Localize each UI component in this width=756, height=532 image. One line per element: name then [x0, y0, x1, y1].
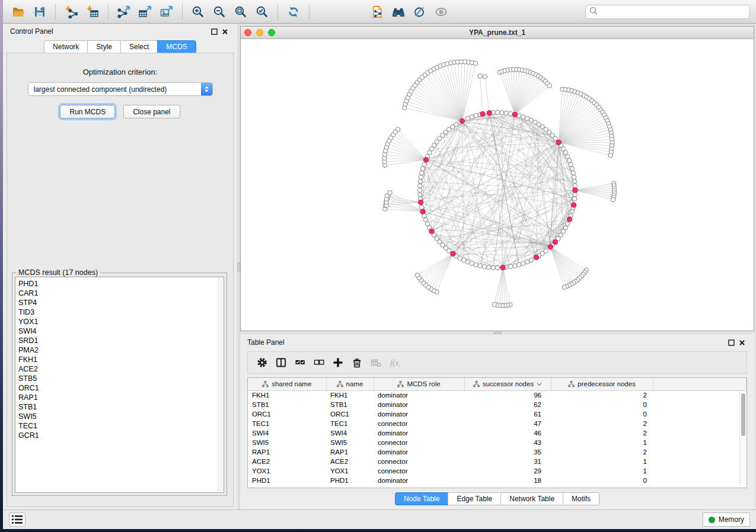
- zoom-selected-button[interactable]: [253, 3, 271, 21]
- close-panel-button[interactable]: Close panel: [123, 105, 180, 118]
- table-scrollbar[interactable]: [739, 391, 747, 486]
- mcds-result-item[interactable]: STB1: [18, 402, 224, 412]
- table-row[interactable]: FKH1FKH1dominator962: [248, 390, 747, 400]
- mcds-result-item[interactable]: CAR1: [18, 289, 224, 298]
- save-button[interactable]: [31, 3, 49, 21]
- cell-shared_name[interactable]: ORC1: [248, 409, 326, 419]
- cell-mcds_role[interactable]: dominator: [374, 409, 464, 419]
- column-header-shared-name[interactable]: shared name: [248, 378, 326, 390]
- cell-shared_name[interactable]: SWI5: [248, 438, 326, 447]
- mcds-result-item[interactable]: PMA2: [18, 345, 224, 355]
- mcds-result-item[interactable]: FKH1: [18, 355, 224, 364]
- settings-button[interactable]: [254, 354, 270, 371]
- mcds-result-item[interactable]: SWI4: [18, 326, 224, 336]
- show-details-button[interactable]: [432, 3, 450, 21]
- table-row[interactable]: SWI5SWI5connector431: [248, 438, 747, 447]
- cell-predecessor[interactable]: 1: [551, 457, 653, 466]
- table-row[interactable]: STB1STB1dominator620: [248, 400, 747, 409]
- cell-name[interactable]: SWI4: [326, 428, 374, 438]
- refresh-button[interactable]: [285, 3, 302, 21]
- cell-shared_name[interactable]: PHD1: [248, 476, 326, 485]
- cell-predecessor[interactable]: 1: [551, 438, 653, 447]
- cell-successor[interactable]: 29: [464, 466, 551, 476]
- export-image-button[interactable]: [158, 3, 176, 21]
- cell-name[interactable]: STB1: [326, 400, 374, 409]
- cell-predecessor[interactable]: 0: [551, 409, 653, 419]
- tab-style[interactable]: Style: [87, 40, 120, 53]
- table-row[interactable]: TEC1TEC1connector472: [248, 419, 747, 428]
- tab-motifs[interactable]: Motifs: [563, 492, 599, 505]
- network-canvas[interactable]: [241, 39, 754, 331]
- mcds-result-item[interactable]: YOX1: [18, 317, 224, 326]
- cell-mcds_role[interactable]: connector: [374, 419, 464, 428]
- mcds-result-item[interactable]: TEC1: [18, 421, 224, 431]
- select-all-button[interactable]: [292, 354, 308, 371]
- tab-network-table[interactable]: Network Table: [500, 492, 563, 505]
- task-history-button[interactable]: [9, 512, 25, 527]
- network-fan-nodes[interactable]: [382, 60, 617, 308]
- cell-predecessor[interactable]: 2: [551, 419, 653, 428]
- cell-predecessor[interactable]: 0: [551, 476, 653, 485]
- cell-successor[interactable]: 61: [464, 409, 551, 419]
- mcds-list-scrollbar[interactable]: [218, 278, 223, 492]
- table-row[interactable]: ACE2ACE2connector311: [248, 457, 747, 466]
- vertical-splitter[interactable]: [237, 24, 240, 509]
- memory-button[interactable]: Memory: [703, 512, 750, 527]
- cell-name[interactable]: PHD1: [326, 476, 374, 485]
- cell-mcds_role[interactable]: connector: [374, 438, 464, 447]
- table-row[interactable]: ORC1ORC1dominator610: [248, 409, 747, 419]
- cell-successor[interactable]: 46: [464, 428, 551, 438]
- tab-node-table[interactable]: Node Table: [395, 492, 448, 505]
- mcds-result-item[interactable]: STB5: [18, 374, 224, 383]
- mcds-result-item[interactable]: PHD1: [18, 279, 224, 289]
- export-network-button[interactable]: [115, 3, 133, 21]
- open-button[interactable]: [9, 3, 27, 21]
- cell-mcds_role[interactable]: connector: [374, 457, 464, 466]
- table-panel-float-button[interactable]: [726, 338, 736, 347]
- mcds-result-item[interactable]: ORC1: [18, 383, 224, 393]
- run-mcds-button[interactable]: Run MCDS: [60, 105, 115, 118]
- table-scrollbar-thumb[interactable]: [741, 393, 745, 436]
- zoom-fit-button[interactable]: [232, 3, 250, 21]
- cell-successor[interactable]: 35: [464, 447, 551, 457]
- horizontal-splitter[interactable]: [240, 331, 754, 335]
- cell-mcds_role[interactable]: connector: [374, 466, 464, 476]
- column-header-predecessor-nodes[interactable]: predecessor nodes: [551, 378, 653, 390]
- tab-network[interactable]: Network: [44, 40, 87, 53]
- cell-mcds_role[interactable]: dominator: [374, 428, 464, 438]
- cell-shared_name[interactable]: ACE2: [248, 457, 326, 466]
- close-window-traffic-light[interactable]: [244, 29, 251, 36]
- mcds-result-item[interactable]: STP4: [18, 298, 224, 307]
- control-panel-close-button[interactable]: [219, 27, 230, 36]
- table-row[interactable]: PHD1PHD1dominator180: [248, 476, 747, 485]
- delete-row-button[interactable]: [349, 354, 365, 371]
- cell-mcds_role[interactable]: dominator: [374, 390, 464, 400]
- deselect-all-button[interactable]: [311, 354, 327, 371]
- search-input[interactable]: [600, 8, 746, 16]
- cell-predecessor[interactable]: 0: [551, 400, 653, 409]
- criterion-dropdown[interactable]: largest connected component (undirected): [28, 82, 213, 96]
- cell-name[interactable]: FKH1: [326, 390, 374, 400]
- cell-name[interactable]: ORC1: [326, 409, 374, 419]
- column-header-name[interactable]: name: [326, 378, 374, 390]
- add-row-button[interactable]: [330, 354, 346, 371]
- control-panel-float-button[interactable]: [209, 27, 219, 36]
- tab-mcds[interactable]: MCDS: [157, 40, 196, 53]
- import-table-button[interactable]: [84, 3, 101, 21]
- share-document-button[interactable]: [368, 3, 386, 21]
- cell-name[interactable]: ACE2: [326, 457, 374, 466]
- cell-successor[interactable]: 18: [464, 476, 551, 485]
- cell-successor[interactable]: 47: [464, 419, 551, 428]
- cell-shared_name[interactable]: STB1: [248, 400, 326, 409]
- zoom-out-button[interactable]: [210, 3, 228, 21]
- mcds-result-item[interactable]: ACE2: [18, 364, 224, 374]
- cell-shared_name[interactable]: RAP1: [248, 447, 326, 457]
- cell-predecessor[interactable]: 2: [551, 428, 653, 438]
- cell-predecessor[interactable]: 2: [551, 390, 653, 400]
- column-header-successor-nodes[interactable]: successor nodes: [464, 378, 551, 390]
- cell-mcds_role[interactable]: dominator: [374, 447, 464, 457]
- cell-successor[interactable]: 62: [464, 400, 551, 409]
- splitter-grip[interactable]: [237, 262, 240, 272]
- search-field[interactable]: [585, 5, 750, 19]
- table-row[interactable]: RAP1RAP1dominator352: [248, 447, 747, 457]
